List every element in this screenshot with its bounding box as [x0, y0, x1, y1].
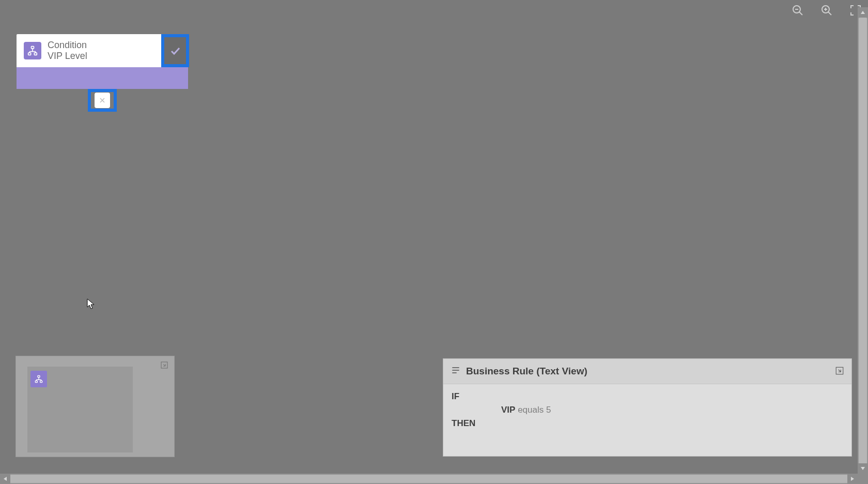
- text-view-icon: [451, 365, 461, 377]
- svg-rect-8: [28, 53, 31, 55]
- condition-type-label: Condition: [48, 40, 87, 51]
- business-rule-text-view-panel: Business Rule (Text View) IF VIP equals …: [443, 358, 852, 457]
- rule-expression: VIP equals 5: [501, 405, 843, 415]
- expression-operator: equals: [518, 405, 544, 415]
- minimap-node-icon: [30, 371, 47, 387]
- svg-rect-7: [32, 47, 34, 49]
- chevron-right-icon: [850, 476, 855, 481]
- chevron-down-icon: [860, 466, 865, 471]
- condition-node-body[interactable]: [17, 67, 188, 89]
- canvas-toolbar: [791, 3, 863, 18]
- scroll-right-button[interactable]: [847, 474, 858, 484]
- condition-node-header[interactable]: Condition VIP Level: [17, 34, 189, 67]
- svg-line-31: [839, 370, 841, 372]
- condition-true-branch[interactable]: [161, 34, 189, 67]
- checkmark-icon: [169, 44, 181, 57]
- text-view-title: Business Rule (Text View): [466, 366, 587, 377]
- svg-marker-36: [851, 477, 854, 481]
- zoom-in-icon: [820, 4, 833, 17]
- expand-icon: [160, 361, 168, 369]
- scroll-down-button[interactable]: [858, 463, 868, 474]
- text-view-body: IF VIP equals 5 THEN: [443, 384, 851, 436]
- horizontal-scrollbar[interactable]: [0, 474, 858, 484]
- text-view-expand-button[interactable]: [834, 365, 845, 376]
- chevron-left-icon: [3, 476, 8, 481]
- then-keyword: THEN: [452, 418, 843, 429]
- svg-line-1: [799, 12, 802, 15]
- if-keyword: IF: [452, 391, 843, 402]
- vertical-scrollbar[interactable]: [858, 18, 868, 466]
- scroll-left-button[interactable]: [0, 474, 10, 484]
- minimap-expand-button[interactable]: [160, 360, 169, 370]
- x-icon: [98, 96, 106, 104]
- expression-value: 5: [546, 405, 551, 415]
- svg-rect-17: [38, 375, 40, 377]
- zoom-out-button[interactable]: [791, 3, 805, 18]
- text-view-header: Business Rule (Text View): [443, 359, 851, 384]
- zoom-out-icon: [792, 4, 804, 17]
- horizontal-scroll-thumb[interactable]: [0, 475, 858, 483]
- expression-field: VIP: [501, 405, 515, 415]
- condition-node-text: Condition VIP Level: [48, 40, 87, 61]
- svg-marker-34: [861, 467, 865, 470]
- zoom-in-button[interactable]: [819, 3, 834, 18]
- svg-rect-19: [40, 381, 42, 382]
- condition-false-branch-inner: [95, 93, 110, 108]
- condition-name: VIP Level: [48, 51, 87, 62]
- condition-node-label-area[interactable]: Condition VIP Level: [17, 34, 161, 67]
- scroll-corner: [858, 474, 868, 484]
- svg-marker-32: [87, 299, 94, 309]
- condition-icon: [24, 42, 41, 59]
- svg-marker-33: [861, 11, 865, 14]
- svg-line-26: [163, 364, 165, 366]
- vertical-scroll-thumb[interactable]: [859, 18, 867, 466]
- svg-rect-18: [35, 381, 37, 382]
- condition-node[interactable]: Condition VIP Level: [17, 34, 189, 89]
- svg-rect-9: [34, 53, 37, 55]
- minimap-panel[interactable]: [16, 356, 175, 457]
- svg-line-4: [828, 12, 831, 15]
- expand-icon: [835, 366, 844, 375]
- svg-marker-35: [4, 477, 7, 481]
- scroll-up-button[interactable]: [858, 7, 868, 18]
- chevron-up-icon: [860, 10, 865, 15]
- mouse-cursor: [87, 298, 95, 312]
- condition-false-branch[interactable]: [88, 89, 117, 112]
